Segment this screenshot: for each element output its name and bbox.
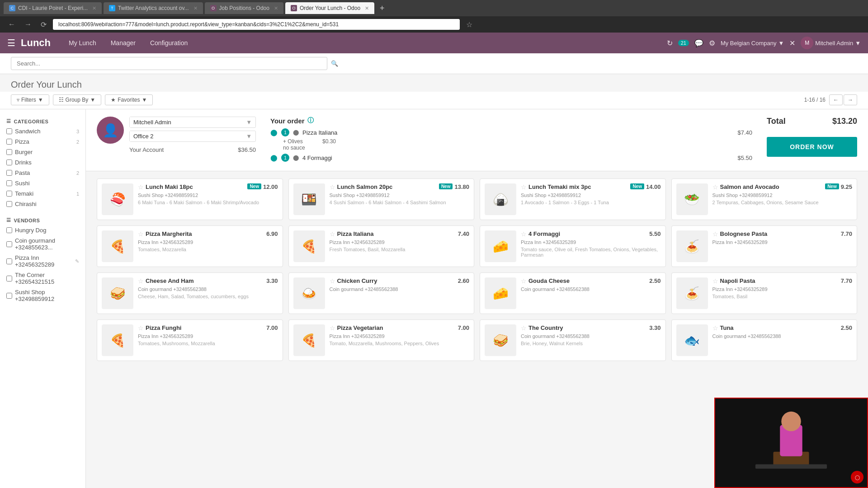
product-star-icon[interactable]: ☆ bbox=[521, 183, 527, 191]
vendor-coin-gourmand-checkbox[interactable] bbox=[6, 241, 12, 247]
user-menu[interactable]: M Mitchell Admin ▼ bbox=[801, 37, 861, 49]
activity-icon[interactable]: ⚙ bbox=[709, 39, 715, 47]
product-star-icon[interactable]: ☆ bbox=[521, 230, 527, 238]
product-card[interactable]: 🍛 ☆ Chicken Curry 2.60 Coin gourmand +32… bbox=[288, 272, 475, 314]
category-sandwich-checkbox[interactable] bbox=[6, 128, 12, 134]
product-star-icon[interactable]: ☆ bbox=[712, 230, 718, 238]
video-record-button[interactable]: ◯ bbox=[851, 471, 863, 483]
category-pasta-checkbox[interactable] bbox=[6, 170, 12, 176]
prev-page-button[interactable]: ← bbox=[829, 94, 843, 105]
close-tab-odoo-lunch[interactable]: ✕ bbox=[365, 5, 369, 11]
category-pizza-checkbox[interactable] bbox=[6, 139, 12, 145]
product-card[interactable]: 🍕 ☆ Pizza Funghi 7.00 Pizza Inn +3245632… bbox=[97, 319, 283, 361]
sidebar-item-burger[interactable]: Burger bbox=[0, 147, 85, 157]
back-button[interactable]: ← bbox=[5, 19, 18, 29]
category-sushi-checkbox[interactable] bbox=[6, 180, 12, 186]
product-star-icon[interactable]: ☆ bbox=[521, 324, 527, 332]
sidebar-item-chirashi[interactable]: Chirashi bbox=[0, 199, 85, 209]
sidebar-item-pizza[interactable]: Pizza 2 bbox=[0, 136, 85, 147]
sidebar-item-temaki[interactable]: Temaki 1 bbox=[0, 188, 85, 199]
sidebar-item-coin-gourmand[interactable]: Coin gourmand +324855623... bbox=[0, 235, 85, 253]
product-card[interactable]: 🥪 ☆ The Country 3.30 Coin gourmand +3248… bbox=[480, 319, 666, 361]
product-card[interactable]: 🍝 ☆ Napoli Pasta 7.70 Pizza Inn +3245632… bbox=[671, 272, 858, 314]
product-star-icon[interactable]: ☆ bbox=[330, 230, 335, 238]
product-card[interactable]: 🍝 ☆ Bolognese Pasta 7.70 Pizza Inn +3245… bbox=[671, 225, 858, 267]
nav-my-lunch[interactable]: My Lunch bbox=[61, 34, 104, 52]
sidebar-item-sushi[interactable]: Sushi bbox=[0, 178, 85, 188]
reload-button[interactable]: ⟳ bbox=[38, 19, 49, 30]
product-star-icon[interactable]: ☆ bbox=[712, 324, 718, 332]
forward-button[interactable]: → bbox=[22, 19, 34, 29]
category-drinks-checkbox[interactable] bbox=[6, 160, 12, 165]
new-tab-button[interactable]: + bbox=[376, 4, 388, 13]
product-star-icon[interactable]: ☆ bbox=[138, 324, 144, 332]
search-input[interactable] bbox=[11, 57, 327, 70]
product-card[interactable]: 🍣 ☆ Lunch Maki 18pc New 12.00 Sushi Shop… bbox=[97, 178, 283, 220]
sidebar-item-pasta[interactable]: Pasta 2 bbox=[0, 168, 85, 178]
url-input[interactable]: localhost:8069/web#action=777&model=lunc… bbox=[53, 19, 460, 30]
product-card[interactable]: 🥪 ☆ Cheese And Ham 3.30 Coin gourmand +3… bbox=[97, 272, 283, 314]
product-star-icon[interactable]: ☆ bbox=[138, 230, 144, 238]
tab-odoo-jobs[interactable]: O Job Positions - Odoo ✕ bbox=[205, 2, 283, 14]
location-field[interactable]: ▼ bbox=[129, 131, 256, 142]
product-star-icon[interactable]: ☆ bbox=[330, 183, 335, 191]
vendor-hungry-dog-checkbox[interactable] bbox=[6, 227, 12, 233]
close-company-icon[interactable]: ✕ bbox=[789, 39, 795, 47]
user-name-input[interactable] bbox=[130, 117, 242, 127]
product-card[interactable]: 🧀 ☆ 4 Formaggi 5.50 Pizza Inn +324563252… bbox=[480, 225, 666, 267]
order-now-button[interactable]: ORDER NOW bbox=[767, 137, 857, 157]
product-card[interactable]: 🥗 ☆ Salmon and Avocado New 9.25 Sushi Sh… bbox=[671, 178, 858, 220]
chat-icon[interactable]: 💬 bbox=[694, 39, 703, 47]
product-star-icon[interactable]: ☆ bbox=[330, 277, 335, 285]
product-star-icon[interactable]: ☆ bbox=[712, 277, 718, 285]
favorites-button[interactable]: ★ Favorites ▼ bbox=[105, 94, 153, 105]
product-star-icon[interactable]: ☆ bbox=[138, 183, 144, 191]
product-card[interactable]: 🍕 ☆ Pizza Margherita 6.90 Pizza Inn +324… bbox=[97, 225, 283, 267]
category-burger-checkbox[interactable] bbox=[6, 149, 12, 155]
product-card[interactable]: 🧀 ☆ Gouda Cheese 2.50 Coin gourmand +324… bbox=[480, 272, 666, 314]
hamburger-menu-icon[interactable]: ☰ bbox=[7, 38, 15, 48]
sidebar-item-the-corner[interactable]: The Corner +32654321515 bbox=[0, 270, 85, 287]
sidebar-item-sushi-shop[interactable]: Sushi Shop +32498859912 bbox=[0, 287, 85, 304]
filters-button[interactable]: ▿ Filters ▼ bbox=[11, 94, 49, 105]
favorites-star-icon: ★ bbox=[111, 97, 116, 103]
product-star-icon[interactable]: ☆ bbox=[138, 277, 144, 285]
category-temaki-checkbox[interactable] bbox=[6, 191, 12, 197]
vendor-pizza-inn-edit-icon[interactable]: ✎ bbox=[75, 258, 79, 264]
group-by-button[interactable]: ☷ Group By ▼ bbox=[53, 94, 102, 105]
close-tab-twitter[interactable]: ✕ bbox=[193, 5, 198, 11]
tab-odoo-lunch[interactable]: O Order Your Lunch - Odoo ✕ bbox=[285, 2, 374, 14]
product-card[interactable]: 🍕 ☆ Pizza Italiana 7.40 Pizza Inn +32456… bbox=[288, 225, 475, 267]
vendor-the-corner-checkbox[interactable] bbox=[6, 276, 12, 282]
vendor-sushi-shop-checkbox[interactable] bbox=[6, 293, 12, 299]
user-name-dropdown-icon[interactable]: ▼ bbox=[242, 117, 255, 127]
vendor-pizza-inn-checkbox[interactable] bbox=[6, 258, 12, 264]
product-card[interactable]: 🐟 ☆ Tuna 2.50 Coin gourmand +32485562388 bbox=[671, 319, 858, 361]
close-tab-odoo-jobs[interactable]: ✕ bbox=[274, 5, 278, 11]
nav-manager[interactable]: Manager bbox=[104, 34, 143, 52]
product-star-icon[interactable]: ☆ bbox=[521, 277, 527, 285]
next-page-button[interactable]: → bbox=[844, 94, 857, 105]
tab-cdi[interactable]: C CDI - Laurie Poiret - Experi... ✕ bbox=[4, 2, 102, 14]
product-card[interactable]: 🍱 ☆ Lunch Salmon 20pc New 13.80 Sushi Sh… bbox=[288, 178, 475, 220]
sidebar-item-hungry-dog[interactable]: Hungry Dog bbox=[0, 225, 85, 235]
sidebar-item-sandwich[interactable]: Sandwich 3 bbox=[0, 126, 85, 136]
sidebar-item-pizza-inn[interactable]: Pizza Inn +32456325289 ✎ bbox=[0, 253, 85, 270]
location-input[interactable] bbox=[130, 131, 242, 141]
location-dropdown-icon[interactable]: ▼ bbox=[242, 131, 255, 141]
order-info-icon[interactable]: ⓘ bbox=[307, 117, 314, 125]
user-name-field[interactable]: ▼ bbox=[129, 117, 256, 128]
product-star-icon[interactable]: ☆ bbox=[712, 183, 718, 191]
close-tab-cdi[interactable]: ✕ bbox=[92, 5, 96, 11]
company-selector[interactable]: My Belgian Company ▼ bbox=[721, 40, 784, 47]
nav-configuration[interactable]: Configuration bbox=[143, 34, 195, 52]
bookmark-button[interactable]: ☆ bbox=[463, 19, 475, 30]
product-card[interactable]: 🍙 ☆ Lunch Temaki mix 3pc New 14.00 Sushi… bbox=[480, 178, 666, 220]
category-chirashi-checkbox[interactable] bbox=[6, 201, 12, 207]
product-card[interactable]: 🍕 ☆ Pizza Vegetarian 7.00 Pizza Inn +324… bbox=[288, 319, 475, 361]
refresh-icon[interactable]: ↻ bbox=[667, 39, 673, 47]
sidebar-item-drinks[interactable]: Drinks bbox=[0, 157, 85, 168]
product-star-icon[interactable]: ☆ bbox=[330, 324, 335, 332]
product-price: 2.60 bbox=[458, 277, 469, 284]
tab-twitter[interactable]: T Twitter Analytics account ov... ✕ bbox=[104, 2, 203, 14]
